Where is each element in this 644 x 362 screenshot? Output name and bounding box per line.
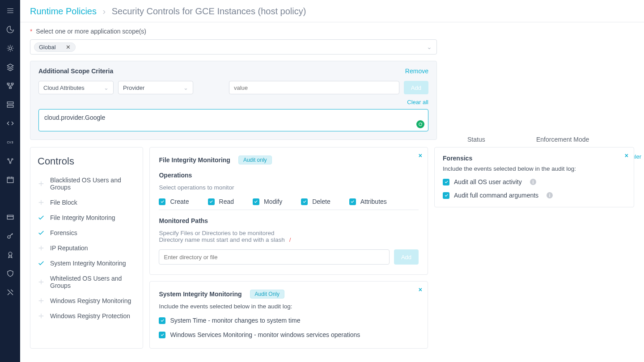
op-attributes[interactable]: Attributes: [349, 198, 387, 205]
nodes-icon[interactable]: [4, 155, 17, 167]
svg-point-9: [9, 162, 11, 164]
sim-desc: Include the events selected below in the…: [159, 303, 419, 310]
criteria-remove-link[interactable]: Remove: [405, 67, 428, 75]
svg-point-0: [9, 47, 12, 50]
op-read[interactable]: Read: [208, 198, 234, 205]
ctrl-fim[interactable]: File Integrity Monitoring: [38, 210, 136, 225]
card-icon[interactable]: [4, 211, 17, 223]
servers-icon[interactable]: [4, 98, 17, 111]
svg-rect-3: [9, 87, 11, 88]
svg-rect-11: [7, 215, 13, 219]
breadcrumb-root[interactable]: Runtime Policies: [30, 6, 97, 16]
controls-title: Controls: [38, 156, 136, 167]
info-icon[interactable]: i: [530, 179, 536, 185]
fim-path-input[interactable]: [159, 249, 389, 265]
criteria-title: Additional Scope Criteria: [38, 67, 113, 75]
svg-rect-5: [7, 105, 13, 108]
ctrl-file-block[interactable]: File Block: [38, 195, 136, 210]
cb-label: Modify: [264, 198, 282, 205]
criteria-key-value: Provider: [123, 84, 144, 91]
criteria-key-select[interactable]: Provider ⌄: [118, 81, 193, 94]
chevron-down-icon: ⌄: [183, 84, 188, 91]
additional-scope-criteria: Additional Scope Criteria Remove Cloud A…: [30, 61, 437, 140]
check-icon: [38, 260, 45, 267]
criteria-clear-all[interactable]: Clear all: [38, 99, 428, 105]
criteria-add-button[interactable]: Add: [404, 81, 428, 94]
ctrl-blacklisted-os[interactable]: Blacklisted OS Users and Groups: [38, 173, 136, 195]
controls-card: Controls Blacklisted OS Users and Groups…: [30, 147, 143, 349]
ctrl-label: Windows Registry Protection: [50, 312, 130, 320]
ctrl-label: File Integrity Monitoring: [50, 214, 115, 221]
ctrl-winreg-mon[interactable]: Windows Registry Monitoring: [38, 293, 136, 308]
audit-only-pill: Audit only: [238, 156, 272, 164]
ctrl-label: Whitelisted OS Users and Groups: [50, 275, 136, 289]
cve-icon[interactable]: CV∃: [4, 136, 17, 148]
plus-icon: [38, 244, 45, 252]
forensics-full-args[interactable]: Audit full command arguments i: [443, 192, 626, 199]
shield-icon[interactable]: [4, 267, 17, 280]
svg-rect-4: [7, 102, 13, 104]
fim-ops-header: Operations: [159, 172, 419, 179]
tools-icon[interactable]: [4, 286, 17, 299]
close-icon[interactable]: ×: [419, 152, 422, 159]
scope-label: Select one or more application scope(s): [36, 28, 146, 35]
flow-icon[interactable]: [4, 80, 17, 92]
ctrl-forensics[interactable]: Forensics: [38, 225, 136, 240]
ctrl-sim[interactable]: System Integrity Monitoring: [38, 256, 136, 271]
check-icon: [38, 214, 45, 221]
ctrl-label: IP Reputation: [50, 244, 88, 252]
breadcrumb-leaf: Security Controls for GCE Instances (hos…: [112, 6, 306, 16]
op-delete[interactable]: Delete: [301, 198, 330, 205]
cb-label: Delete: [312, 198, 330, 205]
close-icon[interactable]: ×: [625, 152, 628, 159]
plus-icon: [38, 278, 45, 286]
required-star: *: [30, 28, 34, 35]
ctrl-ip-reputation[interactable]: IP Reputation: [38, 240, 136, 256]
plus-icon: [38, 312, 45, 320]
fim-title: File Integrity Monitoring: [159, 156, 230, 164]
fim-paths-hint1: Specify Files or Directories to be monit…: [159, 230, 419, 236]
layers-icon[interactable]: [4, 61, 17, 73]
criteria-expression-input[interactable]: cloud.provider.Google: [38, 109, 428, 131]
chevron-down-icon: ⌄: [104, 84, 109, 91]
sim-systime[interactable]: System Time - monitor changes to system …: [159, 317, 419, 324]
cb-label: Windows Services Monitoring - monitor wi…: [170, 331, 360, 338]
scope-multiselect[interactable]: Global ✕ ⌄: [30, 39, 437, 55]
calendar-icon[interactable]: [4, 173, 17, 186]
breadcrumb: Runtime Policies › Security Controls for…: [20, 0, 644, 22]
op-create[interactable]: Create: [159, 198, 189, 205]
plus-icon: [38, 297, 45, 304]
svg-text:CV∃: CV∃: [7, 141, 13, 144]
ctrl-whitelisted-os[interactable]: Whitelisted OS Users and Groups: [38, 271, 136, 293]
ctrl-label: Windows Registry Monitoring: [50, 297, 131, 304]
criteria-attr-select[interactable]: Cloud Attributes ⌄: [38, 81, 114, 94]
ctrl-winreg-prot[interactable]: Windows Registry Protection: [38, 308, 136, 324]
grammarly-icon: [416, 120, 424, 128]
chevron-down-icon: ⌄: [427, 43, 432, 51]
plus-icon: [38, 199, 45, 206]
cb-label: System Time - monitor changes to system …: [170, 317, 300, 324]
info-icon[interactable]: i: [547, 192, 553, 198]
sim-winservices[interactable]: Windows Services Monitoring - monitor wi…: [159, 331, 419, 338]
close-icon[interactable]: ×: [419, 286, 422, 293]
fim-add-button[interactable]: Add: [394, 249, 419, 265]
cb-label: Attributes: [360, 198, 387, 205]
forensics-os-activity[interactable]: Audit all OS user activity i: [443, 178, 626, 185]
criteria-attr-value: Cloud Attributes: [43, 84, 85, 91]
sim-title: System Integrity Monitoring: [159, 290, 242, 298]
chip-remove-icon[interactable]: ✕: [66, 44, 71, 51]
ctrl-label: Blacklisted OS Users and Groups: [50, 177, 136, 191]
cb-label: Audit full command arguments: [454, 192, 538, 199]
plus-icon: [38, 180, 45, 187]
sim-panel: × System Integrity Monitoring Audit Only…: [149, 281, 428, 349]
ctrl-label: System Integrity Monitoring: [50, 260, 126, 267]
op-modify[interactable]: Modify: [253, 198, 282, 205]
menu-icon[interactable]: [4, 4, 17, 17]
criteria-value-input[interactable]: [229, 81, 399, 94]
wheel-icon[interactable]: [4, 42, 17, 55]
cb-label: Read: [219, 198, 234, 205]
key-icon[interactable]: [4, 230, 17, 242]
dashboard-icon[interactable]: [4, 23, 17, 36]
code-icon[interactable]: [4, 117, 17, 130]
award-icon[interactable]: [4, 248, 17, 261]
